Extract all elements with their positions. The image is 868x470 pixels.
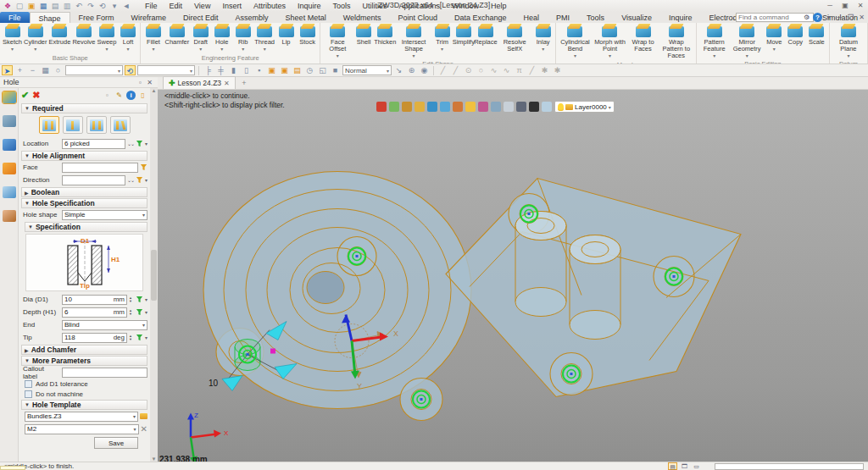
remove-filter-icon[interactable]: − xyxy=(27,65,38,75)
layer-dropdown[interactable]: Layer0000▾ xyxy=(554,101,615,113)
save-file-icon[interactable]: ▦ xyxy=(38,2,48,11)
tool-resolve-selfx[interactable]: Resolve SelfX xyxy=(497,24,532,53)
redo-icon[interactable]: ↷ xyxy=(86,2,96,11)
tool-cylinder[interactable]: Cylinder▾ xyxy=(23,24,48,53)
hole-manager-icon[interactable] xyxy=(3,91,16,103)
chevron-down-icon[interactable]: ▾ xyxy=(574,53,576,58)
apply-icon[interactable]: ▫ xyxy=(103,91,112,100)
doc-close-icon[interactable]: ✕ xyxy=(857,13,866,22)
filter-list-select[interactable]: ▾ xyxy=(65,65,123,75)
direction-field[interactable] xyxy=(62,175,125,185)
visual-manager-icon[interactable] xyxy=(3,186,16,198)
ribbon-tab-shape[interactable]: Shape xyxy=(30,12,70,23)
chevron-down-icon[interactable]: ▾ xyxy=(542,47,544,52)
value-pick-icon[interactable] xyxy=(136,308,143,316)
location-field[interactable]: 6 picked xyxy=(62,139,125,149)
info-icon[interactable]: i xyxy=(126,91,136,100)
brush-icon[interactable] xyxy=(402,102,412,112)
line-width-icon[interactable] xyxy=(529,102,539,112)
section-boolean[interactable]: ▶Boolean xyxy=(21,187,147,197)
grab-b-icon[interactable]: ✱ xyxy=(552,65,563,75)
menu-applications[interactable]: Applications xyxy=(393,1,447,11)
tool-sweep[interactable]: Sweep▾ xyxy=(96,24,117,53)
template-file-select[interactable]: Bundles.Z3▾ xyxy=(25,412,138,422)
hole-type-countersink-button[interactable] xyxy=(110,116,131,134)
target-icon[interactable]: ◉ xyxy=(419,65,430,75)
menu-insert[interactable]: Insert xyxy=(216,1,248,11)
ribbon-tab-heal[interactable]: Heal xyxy=(515,12,548,23)
tool-lip[interactable]: Lip xyxy=(275,24,297,47)
drag-handle-icon[interactable] xyxy=(222,322,297,391)
command-input-field[interactable] xyxy=(715,463,864,470)
tool-sketch[interactable]: Sketch▾ xyxy=(2,24,23,53)
pick-style-icon[interactable] xyxy=(389,102,399,112)
layer-visibility-icon[interactable] xyxy=(558,103,564,111)
loop-pick-icon[interactable]: ○ xyxy=(53,65,64,75)
chevron-down-icon[interactable]: ▾ xyxy=(145,309,147,315)
clamp-b-icon[interactable]: ▯ xyxy=(241,65,252,75)
chevron-down-icon[interactable]: ▾ xyxy=(152,47,154,52)
panel-pin-icon[interactable]: ▫ xyxy=(136,78,145,87)
swatch-icon[interactable] xyxy=(542,102,552,112)
doc-restore-icon[interactable]: ❐ xyxy=(846,13,855,22)
tool-thicken[interactable]: Thicken xyxy=(375,24,397,47)
tool-cylindrical-bend[interactable]: Cylindrical Bend▾ xyxy=(558,24,592,59)
template-item-select[interactable]: M2▾ xyxy=(25,424,139,434)
direction-pick-icon[interactable] xyxy=(136,176,143,184)
auto-regen-icon[interactable]: ⟲ xyxy=(125,65,136,75)
user-manager-icon[interactable] xyxy=(3,210,16,222)
close-icon[interactable]: ✕ xyxy=(854,1,866,10)
entity-filter-select[interactable]: ▾ xyxy=(137,65,195,75)
section-view-icon[interactable] xyxy=(453,102,463,112)
hole-type-taper-button[interactable] xyxy=(63,116,83,134)
model-block[interactable] xyxy=(446,179,741,397)
chevron-down-icon[interactable]: ▾ xyxy=(413,53,415,58)
tool-scale[interactable]: Scale xyxy=(806,24,827,47)
open-template-folder-icon[interactable] xyxy=(140,413,147,419)
ribbon-tab-weldments[interactable]: Weldments xyxy=(335,12,390,23)
hole-type-counterbore-button[interactable] xyxy=(86,116,107,134)
spinner-icons[interactable]: ▲▼ xyxy=(129,309,134,315)
dimension-value[interactable]: 10 xyxy=(209,379,219,388)
tool-mirror-geometry[interactable]: Mirror Geometry▾ xyxy=(730,24,763,59)
ribbon-tab-point-cloud[interactable]: Point Cloud xyxy=(390,12,447,23)
ribbon-tab-inquire[interactable]: Inquire xyxy=(660,12,701,23)
plot-icon[interactable]: ▥ xyxy=(62,2,72,11)
ribbon-tab-sheet-metal[interactable]: Sheet Metal xyxy=(277,12,335,23)
mate-constraint-icon[interactable]: ╪ xyxy=(215,65,226,75)
ribbon-tab-file[interactable]: File xyxy=(0,12,30,23)
ribbon-tab-pmi[interactable]: PMI xyxy=(548,12,578,23)
csys-icon[interactable] xyxy=(478,102,488,112)
new-file-icon[interactable]: ▢ xyxy=(14,2,25,11)
hole-markers[interactable] xyxy=(239,206,682,408)
add-d1-tolerance-checkbox[interactable] xyxy=(25,380,32,388)
folder-parts-icon[interactable]: ▣ xyxy=(279,65,290,75)
chevron-down-icon[interactable]: ▾ xyxy=(34,47,36,52)
hole-type-simple-button[interactable] xyxy=(39,116,59,134)
pick-filter-icon-green[interactable] xyxy=(136,140,143,147)
chevron-down-icon[interactable]: ▾ xyxy=(11,47,14,52)
pick-grid-icon[interactable]: ▦ xyxy=(40,65,51,75)
chevron-down-icon[interactable]: ▾ xyxy=(145,335,147,340)
sketch-segment-icon[interactable]: ╱ xyxy=(526,65,537,75)
snap-icon[interactable]: ↘ xyxy=(393,65,404,75)
direction-dropdown-icon[interactable]: ▾ xyxy=(145,177,147,183)
chevron-down-icon[interactable]: ▾ xyxy=(746,53,748,58)
menu-window[interactable]: Window xyxy=(446,1,485,11)
app-logo-icon[interactable]: ❖ xyxy=(3,2,13,11)
chevron-down-icon[interactable]: ▾ xyxy=(337,53,339,58)
hole-preview[interactable] xyxy=(235,340,260,371)
style-select[interactable]: Normal▾ xyxy=(342,65,392,75)
help-dropdown-icon[interactable]: ▾ xyxy=(824,13,833,22)
settings-icon[interactable]: ⚙ xyxy=(802,13,811,22)
value-pick-icon[interactable] xyxy=(136,334,143,341)
layer-folder-icon[interactable] xyxy=(565,104,573,110)
delete-template-icon[interactable]: ✕ xyxy=(141,424,147,434)
tool-shell[interactable]: Shell xyxy=(353,24,375,47)
sketch-arc-icon[interactable]: ∿ xyxy=(488,65,499,75)
panel-close-icon[interactable]: ✕ xyxy=(145,78,154,87)
tool-move[interactable]: Move▾ xyxy=(764,24,785,53)
spec-row-tip-field[interactable]: 118deg xyxy=(62,333,127,343)
menu-inquire[interactable]: Inquire xyxy=(292,1,327,11)
tool-revolve[interactable]: Revolve xyxy=(71,24,96,47)
